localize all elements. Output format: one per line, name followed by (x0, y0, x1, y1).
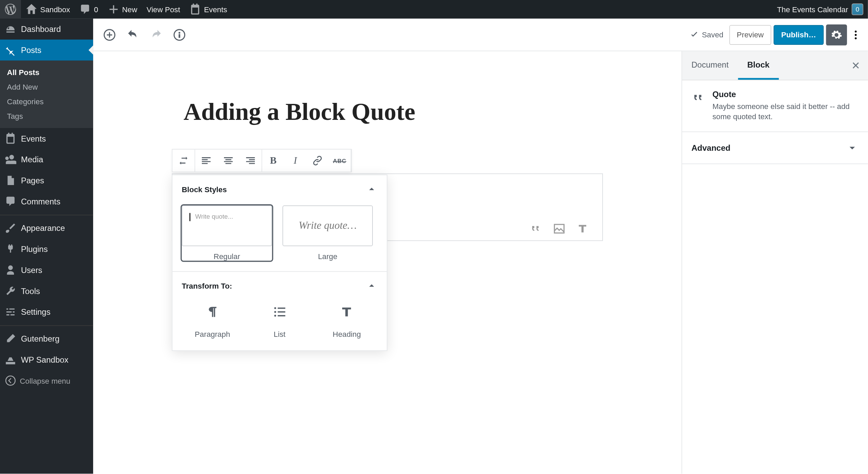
wordpress-logo[interactable] (0, 0, 21, 19)
info-icon (173, 28, 186, 41)
media-icon (5, 153, 16, 165)
content-info-button[interactable] (169, 24, 190, 45)
heading-t-icon (339, 304, 354, 320)
align-right-button[interactable] (239, 149, 261, 171)
svg-point-8 (274, 307, 276, 309)
publish-button[interactable]: Publish… (774, 25, 823, 44)
redo-button[interactable] (146, 24, 167, 45)
tab-block[interactable]: Block (738, 51, 779, 80)
transform-paragraph[interactable]: Paragraph (182, 304, 243, 339)
post-title[interactable]: Adding a Block Quote (184, 98, 591, 126)
sidebar-item-dashboard[interactable]: Dashboard (0, 19, 93, 40)
more-options-button[interactable] (849, 24, 862, 45)
quote-icon[interactable] (530, 222, 542, 235)
sidebar-item-tools[interactable]: Tools (0, 280, 93, 302)
image-icon[interactable] (553, 222, 566, 235)
sidebar-subitem-tags[interactable]: Tags (0, 109, 93, 124)
heading-t-icon[interactable] (576, 222, 589, 235)
pin-icon (5, 44, 16, 56)
undo-button[interactable] (122, 24, 143, 45)
plus-icon (107, 3, 119, 15)
user-icon (5, 264, 16, 276)
plus-circle-icon (103, 28, 116, 41)
sidebar-item-pages[interactable]: Pages (0, 170, 93, 191)
sidebar-item-posts[interactable]: Posts (0, 40, 93, 61)
brush-icon (5, 222, 16, 234)
advanced-panel-toggle[interactable]: Advanced (682, 132, 868, 164)
editor-body: Adding a Block Quote (93, 51, 681, 474)
link-button[interactable] (307, 149, 329, 171)
sidebar-item-users[interactable]: Users (0, 259, 93, 280)
redo-icon (150, 28, 162, 41)
sidebar-item-media[interactable]: Media (0, 149, 93, 170)
align-left-icon (201, 155, 212, 166)
new-label: New (122, 5, 137, 14)
align-right-icon (245, 155, 256, 166)
block-styles-toggle[interactable]: Block Styles (172, 175, 387, 203)
block-switcher-popover: Block Styles Write quote... Regular (172, 175, 387, 351)
pilcrow-icon (205, 304, 220, 320)
sidebar-subitem-add-new[interactable]: Add New (0, 80, 93, 94)
save-status: Saved (689, 30, 724, 40)
italic-button[interactable]: I (284, 149, 306, 171)
svg-point-5 (855, 34, 857, 36)
transform-heading[interactable]: Heading (316, 304, 378, 339)
sidebar-subitem-categories[interactable]: Categories (0, 94, 93, 109)
posts-submenu: All Posts Add New Categories Tags (0, 60, 93, 128)
sidebar-item-gutenberg[interactable]: Gutenberg (0, 328, 93, 349)
events-calendar-link[interactable]: The Events Calendar 0 (772, 0, 868, 19)
close-sidebar-button[interactable]: ✕ (848, 58, 864, 73)
block-style-large[interactable]: Write quote… Large (282, 205, 373, 261)
pencil-icon (5, 333, 16, 344)
comment-icon (80, 3, 91, 15)
transform-icon (178, 155, 189, 166)
transform-to-toggle[interactable]: Transform To: (172, 272, 387, 299)
align-center-button[interactable] (217, 149, 239, 171)
strikethrough-button[interactable]: ABC (329, 149, 351, 171)
align-left-button[interactable] (195, 149, 217, 171)
preview-button[interactable]: Preview (729, 25, 771, 44)
collapse-menu[interactable]: Collapse menu (0, 370, 93, 391)
svg-point-10 (274, 315, 276, 317)
wrench-icon (5, 285, 16, 297)
home-icon (25, 3, 37, 15)
gear-icon (831, 29, 842, 40)
plugin-icon (5, 243, 16, 255)
sidebar-tabs: Document Block ✕ (682, 51, 868, 80)
add-block-button[interactable] (99, 24, 120, 45)
events-link[interactable]: Events (185, 0, 232, 19)
sidebar-subitem-all-posts[interactable]: All Posts (0, 65, 93, 80)
block-type-description: Maybe someone else said it better -- add… (712, 101, 858, 122)
site-link[interactable]: Sandbox (21, 0, 75, 19)
sidebar-item-events[interactable]: Events (0, 128, 93, 149)
events-label: Events (204, 5, 227, 14)
block-type-title: Quote (712, 90, 858, 99)
sidebar-item-comments[interactable]: Comments (0, 191, 93, 212)
svg-point-0 (6, 376, 15, 385)
sidebar-item-appearance[interactable]: Appearance (0, 218, 93, 239)
style-preview-regular: Write quote... (182, 205, 272, 246)
dashboard-icon (5, 23, 16, 35)
block-style-regular[interactable]: Write quote... Regular (182, 205, 272, 261)
new-link[interactable]: New (103, 0, 142, 19)
transform-list[interactable]: List (249, 304, 310, 339)
chevron-down-icon (846, 142, 859, 154)
comment-icon (5, 196, 16, 207)
bold-button[interactable]: B (262, 149, 284, 171)
block-switcher-button[interactable] (172, 149, 194, 171)
inline-insert-icons (530, 222, 589, 235)
tab-document[interactable]: Document (682, 51, 738, 80)
block-description: Quote Maybe someone else said it better … (682, 80, 868, 132)
quote-icon (692, 91, 706, 105)
sandbox-icon (5, 354, 16, 365)
kebab-icon (850, 29, 862, 40)
settings-toggle-button[interactable] (826, 24, 847, 45)
comment-count: 0 (94, 5, 98, 14)
view-post-link[interactable]: View Post (142, 0, 185, 19)
list-icon (272, 304, 287, 320)
site-name: Sandbox (40, 5, 70, 14)
sidebar-item-plugins[interactable]: Plugins (0, 239, 93, 260)
comments-link[interactable]: 0 (75, 0, 103, 19)
sidebar-item-wpsandbox[interactable]: WP Sandbox (0, 349, 93, 370)
sidebar-item-settings[interactable]: Settings (0, 302, 93, 323)
